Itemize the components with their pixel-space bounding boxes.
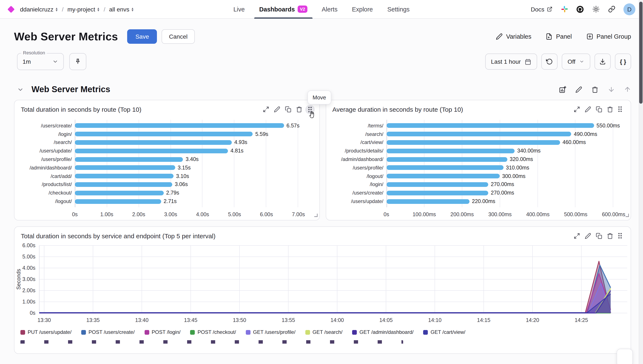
docs-link[interactable]: Docs xyxy=(531,6,552,12)
scroll-pill[interactable] xyxy=(617,349,633,364)
bar[interactable] xyxy=(75,174,173,178)
legend-item[interactable]: POST /checkout/ xyxy=(190,329,236,335)
bar[interactable] xyxy=(386,149,515,153)
drag-panel-handle[interactable] xyxy=(305,105,314,114)
pin-filters-button[interactable] xyxy=(69,53,86,70)
edit-section-icon[interactable] xyxy=(575,86,583,93)
x-axis-tick: 300.00ms xyxy=(488,212,512,218)
bar[interactable] xyxy=(75,149,228,153)
json-view-button[interactable]: { } xyxy=(615,54,631,70)
bar[interactable] xyxy=(386,182,488,187)
nav-tab-explore[interactable]: Explore xyxy=(352,0,373,18)
svg-text:13:45: 13:45 xyxy=(184,317,197,323)
bar[interactable] xyxy=(75,124,284,128)
legend-item[interactable]: GET /cart/view/ xyxy=(423,329,466,335)
bar[interactable] xyxy=(386,191,488,196)
add-chart-icon[interactable] xyxy=(559,86,566,93)
collapse-chevron-icon[interactable] xyxy=(17,86,24,93)
bar[interactable] xyxy=(75,140,232,145)
bar[interactable] xyxy=(75,182,172,187)
breadcrumb-org[interactable]: ddanielcruzz ▲▼ xyxy=(20,6,58,12)
legend-item[interactable]: GET /search/ xyxy=(305,329,343,335)
duplicate-panel-icon[interactable] xyxy=(596,233,602,239)
move-section-down-icon[interactable] xyxy=(607,86,615,93)
nav-tab-live[interactable]: Live xyxy=(234,0,245,18)
edit-panel-icon[interactable] xyxy=(585,106,591,112)
expand-panel-icon[interactable] xyxy=(263,106,269,112)
bar[interactable] xyxy=(75,166,175,170)
nav-tab-label: Settings xyxy=(387,6,410,12)
legend-item[interactable]: PUT /users/update/ xyxy=(21,329,71,335)
auto-refresh-select[interactable]: Off xyxy=(562,54,590,70)
edit-panel-icon[interactable] xyxy=(274,106,280,112)
bar[interactable] xyxy=(75,157,183,162)
legend-item[interactable]: GET /admin/dashboard/ xyxy=(352,329,413,335)
legend-item[interactable]: POST /login/ xyxy=(144,329,180,335)
bar[interactable] xyxy=(386,166,503,170)
bar[interactable] xyxy=(386,132,571,136)
delete-section-icon[interactable] xyxy=(591,86,599,93)
bar[interactable] xyxy=(75,132,253,136)
add-panel-button[interactable]: Panel xyxy=(546,33,572,40)
resolution-select[interactable]: Resolution 1m xyxy=(17,53,64,70)
delete-panel-icon[interactable] xyxy=(607,106,613,112)
user-avatar[interactable]: D xyxy=(623,3,635,15)
move-section-up-icon[interactable] xyxy=(623,86,631,93)
bar-value-label: 4.93s xyxy=(234,140,247,146)
variables-button[interactable]: Variables xyxy=(496,33,531,40)
svg-text:14:15: 14:15 xyxy=(477,317,490,323)
maximize-glyph xyxy=(574,106,580,112)
bar-value-label: 2.71s xyxy=(164,198,177,204)
scrollbar-thumb[interactable] xyxy=(639,2,642,104)
bar[interactable] xyxy=(386,174,500,178)
drag-panel-handle[interactable] xyxy=(618,106,624,112)
bar-row: 5.59s xyxy=(75,130,318,138)
slack-icon[interactable] xyxy=(560,5,568,13)
legend-item[interactable]: GET /users/profile/ xyxy=(246,329,296,335)
expand-panel-icon[interactable] xyxy=(574,106,580,112)
bar[interactable] xyxy=(386,124,594,128)
brand-logo-icon[interactable] xyxy=(8,6,15,13)
theme-toggle-sun-icon[interactable] xyxy=(592,5,600,13)
panel-row: Total duration in seconds by route (Top … xyxy=(0,94,643,220)
time-range-button[interactable]: Last 1 hour xyxy=(485,54,537,70)
save-button[interactable]: Save xyxy=(127,29,157,44)
bar[interactable] xyxy=(386,157,507,162)
bar-rows: 6.57s5.59s4.93s4.81s3.40s3.15s3.10s3.06s… xyxy=(75,122,318,206)
x-axis-tick: 100.00ms xyxy=(412,212,436,218)
bar-row: 6.57s xyxy=(75,122,318,130)
nav-tab-label: Live xyxy=(234,6,245,12)
add-panel-group-button[interactable]: Panel Group xyxy=(586,33,631,40)
bar-row: 4.81s xyxy=(75,147,318,155)
github-icon[interactable] xyxy=(576,5,584,13)
pin-icon xyxy=(74,58,81,65)
resize-handle[interactable] xyxy=(625,211,629,219)
bar[interactable] xyxy=(386,140,560,145)
cancel-button[interactable]: Cancel xyxy=(162,29,195,44)
breadcrumb-environment[interactable]: all envs ▲▼ xyxy=(109,6,134,12)
duplicate-panel-icon[interactable] xyxy=(596,106,602,112)
delete-panel-icon[interactable] xyxy=(296,106,302,112)
bar[interactable] xyxy=(75,199,161,204)
bar[interactable] xyxy=(386,199,470,204)
maximize-glyph xyxy=(574,233,580,239)
vertical-scrollbar[interactable] xyxy=(639,0,643,364)
bar[interactable] xyxy=(75,191,164,196)
nav-tab-dashboards[interactable]: DashboardsV2 xyxy=(259,0,307,18)
expand-panel-icon[interactable] xyxy=(574,233,580,239)
bar-row: 3.40s xyxy=(75,155,318,164)
resize-handle[interactable] xyxy=(314,211,317,219)
edit-panel-icon[interactable] xyxy=(585,233,591,239)
nav-tab-alerts[interactable]: Alerts xyxy=(322,0,337,18)
drag-panel-handle[interactable] xyxy=(618,233,624,239)
download-button[interactable] xyxy=(594,54,611,70)
nav-tab-settings[interactable]: Settings xyxy=(387,0,410,18)
refresh-button[interactable] xyxy=(541,54,557,70)
breadcrumb-separator: / xyxy=(104,6,105,12)
duplicate-panel-icon[interactable] xyxy=(285,106,291,112)
share-link-icon[interactable] xyxy=(608,5,615,13)
legend-item[interactable]: POST /users/create/ xyxy=(81,329,135,335)
breadcrumb-project[interactable]: my-project ▲▼ xyxy=(67,6,100,12)
bar-row: 270.00ms xyxy=(386,189,630,197)
delete-panel-icon[interactable] xyxy=(607,233,613,239)
